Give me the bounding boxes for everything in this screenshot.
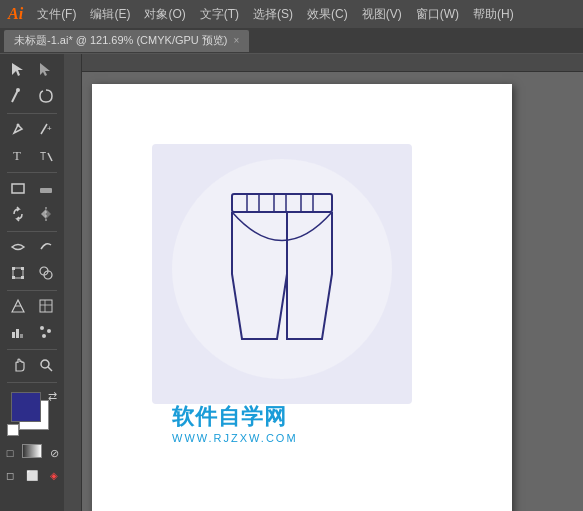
pen-tool[interactable] (5, 117, 31, 141)
main-layout: + T T (0, 54, 583, 511)
tool-group-shapes (0, 176, 64, 228)
svg-point-28 (47, 329, 51, 333)
ruler-vertical (64, 54, 82, 511)
bar-chart-tool[interactable] (5, 320, 31, 344)
svg-line-31 (48, 367, 52, 371)
mesh-tool[interactable] (33, 294, 59, 318)
menu-select[interactable]: 选择(S) (247, 4, 299, 25)
menu-help[interactable]: 帮助(H) (467, 4, 520, 25)
touch-type-tool[interactable]: T (33, 143, 59, 167)
document-tab[interactable]: 未标题-1.ai* @ 121.69% (CMYK/GPU 预览) × (4, 30, 249, 52)
menu-view[interactable]: 视图(V) (356, 4, 408, 25)
svg-text:T: T (13, 148, 21, 163)
watermark-sub-text: WWW.RJZXW.COM (172, 432, 298, 444)
select-tool[interactable] (5, 58, 31, 82)
width-tool[interactable] (5, 235, 31, 259)
fill-stroke-icons: □ ⊘ (0, 444, 64, 462)
artboard: 软件自学网 WWW.RJZXW.COM (92, 84, 512, 511)
svg-point-27 (40, 326, 44, 330)
lasso-tool[interactable] (33, 84, 59, 108)
artboard-wrapper: 软件自学网 WWW.RJZXW.COM (92, 84, 573, 501)
svg-rect-8 (12, 184, 24, 193)
normal-mode-icon[interactable]: ◻ (0, 466, 20, 484)
direct-select-tool[interactable] (33, 58, 59, 82)
foreground-color-swatch[interactable] (11, 392, 41, 422)
svg-rect-33 (247, 194, 259, 212)
watermark-main-text: 软件自学网 (172, 402, 298, 432)
svg-line-2 (12, 90, 18, 102)
svg-rect-25 (16, 329, 19, 338)
ruler-horizontal (64, 54, 583, 72)
svg-rect-24 (12, 332, 15, 338)
tool-group-select (0, 58, 64, 110)
svg-rect-35 (301, 194, 313, 212)
tool-group-pen: + T T (0, 117, 64, 169)
toolbar: + T T (0, 54, 64, 511)
svg-rect-15 (21, 267, 24, 270)
rectangle-tool[interactable] (5, 176, 31, 200)
presentation-icon[interactable]: ◈ (44, 466, 64, 484)
mode-icons: ◻ ⬜ ◈ (0, 466, 64, 484)
svg-point-29 (42, 334, 46, 338)
svg-marker-12 (46, 209, 51, 219)
tab-close-button[interactable]: × (234, 35, 240, 46)
svg-rect-21 (40, 300, 52, 312)
svg-rect-14 (12, 267, 15, 270)
menu-edit[interactable]: 编辑(E) (84, 4, 136, 25)
svg-marker-1 (40, 63, 50, 76)
reset-colors-icon[interactable] (7, 424, 19, 436)
add-anchor-tool[interactable]: + (33, 117, 59, 141)
swap-colors-icon[interactable]: ⇄ (48, 390, 57, 403)
watermark: 软件自学网 WWW.RJZXW.COM (172, 402, 298, 444)
none-icon[interactable]: ⊘ (44, 444, 64, 462)
text-tool[interactable]: T (5, 143, 31, 167)
fullscreen-icon[interactable]: ⬜ (22, 466, 42, 484)
svg-rect-26 (20, 334, 23, 338)
svg-rect-17 (21, 276, 24, 279)
tool-group-nav (0, 353, 64, 379)
tab-bar: 未标题-1.ai* @ 121.69% (CMYK/GPU 预览) × (0, 28, 583, 54)
eraser-tool[interactable] (33, 176, 59, 200)
mirror-tool[interactable] (33, 202, 59, 226)
svg-marker-11 (41, 209, 46, 219)
svg-text:+: + (47, 124, 52, 133)
gradient-icon[interactable] (22, 444, 42, 458)
tool-group-misc (0, 294, 64, 346)
perspective-grid-tool[interactable] (5, 294, 31, 318)
tab-label: 未标题-1.ai* @ 121.69% (CMYK/GPU 预览) (14, 33, 228, 48)
canvas-area: 软件自学网 WWW.RJZXW.COM (64, 54, 583, 511)
magic-wand-tool[interactable] (5, 84, 31, 108)
svg-rect-16 (12, 276, 15, 279)
menu-file[interactable]: 文件(F) (31, 4, 82, 25)
shape-builder-tool[interactable] (33, 261, 59, 285)
hand-tool[interactable] (5, 353, 31, 377)
title-bar: Ai 文件(F) 编辑(E) 对象(O) 文字(T) 选择(S) 效果(C) 视… (0, 0, 583, 28)
svg-point-3 (16, 88, 20, 92)
menu-window[interactable]: 窗口(W) (410, 4, 465, 25)
menu-object[interactable]: 对象(O) (138, 4, 191, 25)
svg-text:T: T (40, 151, 46, 162)
warp-tool[interactable] (33, 235, 59, 259)
fill-icon[interactable]: □ (0, 444, 20, 462)
rotate-tool[interactable] (5, 202, 31, 226)
pants-illustration (212, 184, 352, 364)
svg-point-30 (41, 360, 49, 368)
svg-rect-34 (274, 194, 286, 212)
svg-point-4 (17, 124, 20, 127)
svg-marker-0 (12, 63, 23, 76)
free-transform-tool[interactable] (5, 261, 31, 285)
menu-text[interactable]: 文字(T) (194, 4, 245, 25)
menu-effect[interactable]: 效果(C) (301, 4, 354, 25)
tool-group-graph (0, 235, 64, 287)
design-content: 软件自学网 WWW.RJZXW.COM (152, 144, 442, 454)
svg-rect-9 (40, 188, 52, 193)
scatter-chart-tool[interactable] (33, 320, 59, 344)
zoom-tool[interactable] (33, 353, 59, 377)
menu-bar: 文件(F) 编辑(E) 对象(O) 文字(T) 选择(S) 效果(C) 视图(V… (31, 4, 575, 25)
app-logo: Ai (8, 5, 23, 23)
